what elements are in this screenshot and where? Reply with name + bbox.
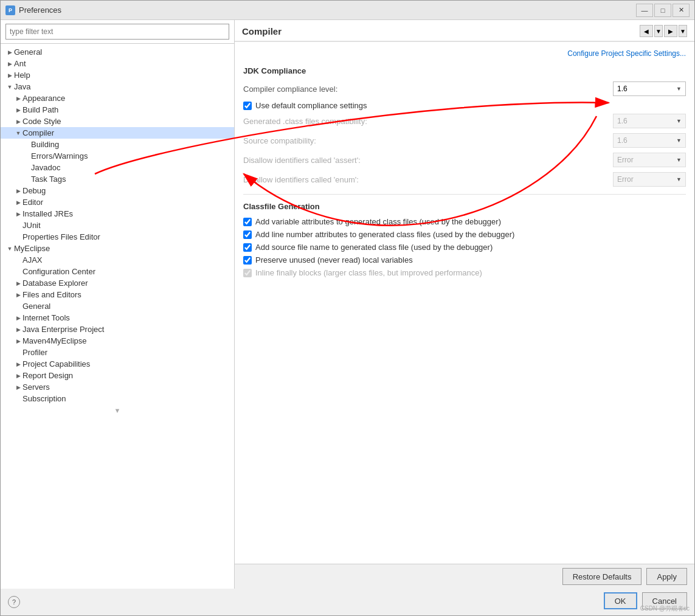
tree-item-reportdesign[interactable]: ▶ Report Design — [1, 370, 234, 381]
classfile-checkbox-2[interactable] — [243, 243, 252, 252]
tree-label-servers: Servers — [22, 382, 50, 392]
tree-arrow-compiler: ▼ — [14, 130, 22, 136]
disallow-assert-value: Error — [617, 156, 634, 164]
tree-item-tasktags[interactable]: Task Tags — [1, 173, 234, 185]
source-compat-value: 1.6 — [617, 136, 628, 145]
tree-item-configurationcenter[interactable]: Configuration Center — [1, 266, 234, 277]
filter-input[interactable] — [5, 24, 229, 40]
tree-item-internettools[interactable]: ▶ Internet Tools — [1, 312, 234, 324]
tree-label-general: General — [14, 47, 42, 57]
disallow-assert-dropdown: Error ▼ — [613, 153, 686, 167]
tree-label-internettools: Internet Tools — [22, 313, 70, 322]
tree-item-subscription[interactable]: Subscription — [1, 393, 234, 404]
tree-item-ajax[interactable]: AJAX — [1, 254, 234, 266]
tree-label-propertiesfileseditor: Properties Files Editor — [22, 232, 100, 241]
window-controls: — □ ✕ — [636, 4, 690, 17]
maximize-button[interactable]: □ — [654, 4, 671, 17]
minimize-button[interactable]: — — [636, 4, 653, 17]
classfile-label-0: Add variable attributes to generated cla… — [255, 217, 501, 226]
nav-forward-dropdown[interactable]: ▼ — [679, 25, 687, 37]
tree-label-projectcapabilities: Project Capabilities — [22, 359, 90, 369]
tree-item-profiler[interactable]: Profiler — [1, 347, 234, 358]
ok-button[interactable]: OK — [604, 592, 637, 609]
tree-label-databaseexplorer: Database Explorer — [22, 279, 88, 288]
watermark: CSDN @劳观者sc — [640, 604, 690, 613]
tree-item-databaseexplorer[interactable]: ▶ Database Explorer — [1, 277, 234, 289]
classfile-cb-2: Add source file name to generated class … — [243, 243, 686, 252]
nav-back-button[interactable]: ◀ — [640, 25, 653, 37]
tree-item-ant[interactable]: ▶ Ant — [1, 58, 234, 69]
tree-arrow-help: ▶ — [5, 72, 14, 78]
classfile-cb-3: Preserve unused (never read) local varia… — [243, 255, 686, 265]
tree-item-projectcapabilities[interactable]: ▶ Project Capabilities — [1, 358, 234, 370]
tree-arrow-appearance: ▶ — [14, 95, 22, 102]
tree-item-errorswarnings[interactable]: Errors/Warnings — [1, 150, 234, 162]
tree-item-maven4myeclipse[interactable]: ▶ Maven4MyEclipse — [1, 335, 234, 347]
source-compat-arrow: ▼ — [676, 137, 682, 144]
generated-class-arrow: ▼ — [676, 118, 682, 124]
generated-class-row: Generated .class files compatibility: 1.… — [243, 114, 686, 128]
tree-item-propertiesfileseditor[interactable]: Properties Files Editor — [1, 231, 234, 243]
tree-item-filesandeditors[interactable]: ▶ Files and Editors — [1, 289, 234, 300]
use-default-checkbox[interactable] — [243, 102, 252, 110]
tree-label-javaenterpriseproject: Java Enterprise Project — [22, 325, 104, 334]
classfile-checkbox-0[interactable] — [243, 218, 252, 226]
configure-link[interactable]: Configure Project Specific Settings... — [243, 49, 686, 58]
disallow-assert-label: Disallow identifiers called 'assert': — [243, 156, 613, 165]
tree-label-building: Building — [31, 140, 59, 149]
tree-arrow-filesandeditors: ▶ — [14, 292, 22, 298]
tree-item-servers[interactable]: ▶ Servers — [1, 381, 234, 393]
title-bar: P Preferences — □ ✕ — [1, 1, 694, 20]
tree-label-editor: Editor — [22, 198, 43, 207]
tree-item-codestyle[interactable]: ▶ Code Style — [1, 116, 234, 127]
apply-button[interactable]: Apply — [646, 568, 687, 585]
tree-item-installedjres[interactable]: ▶ Installed JREs — [1, 208, 234, 220]
tree-label-ajax: AJAX — [22, 255, 43, 265]
disallow-enum-row: Disallow identifiers called 'enum': Erro… — [243, 172, 686, 187]
window-title: Preferences — [19, 5, 636, 15]
classfile-checkbox-1[interactable] — [243, 230, 252, 239]
tree-item-editor[interactable]: ▶ Editor — [1, 196, 234, 208]
restore-defaults-button[interactable]: Restore Defaults — [562, 568, 642, 585]
panel-header: Compiler ◀ ▼ ▶ ▼ — [235, 20, 694, 42]
tree-arrow-servers: ▶ — [14, 384, 22, 390]
tree-item-javadoc[interactable]: Javadoc — [1, 162, 234, 173]
source-compat-dropdown: 1.6 ▼ — [613, 133, 686, 148]
nav-back-dropdown[interactable]: ▼ — [654, 25, 663, 37]
disallow-assert-arrow: ▼ — [676, 157, 682, 163]
tree-item-java[interactable]: ▼ Java — [1, 81, 234, 92]
generated-class-value: 1.6 — [617, 117, 628, 125]
tree-arrow-general: ▶ — [5, 49, 14, 55]
ok-cancel-row: OK Cancel — [1, 589, 694, 615]
tree-label-junit: JUnit — [22, 221, 41, 230]
disallow-assert-row: Disallow identifiers called 'assert': Er… — [243, 153, 686, 167]
classfile-checkbox-3[interactable] — [243, 256, 252, 265]
tree-arrow-ant: ▶ — [5, 61, 14, 67]
tree-item-buildpath[interactable]: ▶ Build Path — [1, 104, 234, 116]
tree-item-building[interactable]: Building — [1, 139, 234, 150]
tree-label-buildpath: Build Path — [22, 105, 58, 114]
classfile-cb-1: Add line number attributes to generated … — [243, 230, 686, 239]
tree-item-myeclipsegeneral[interactable]: General — [1, 300, 234, 312]
main-content: ▶ General ▶ Ant ▶ Help ▼ Java — [1, 20, 694, 589]
tree-item-javaenterpriseproject[interactable]: ▶ Java Enterprise Project — [1, 324, 234, 335]
tree-arrow-editor: ▶ — [14, 199, 22, 206]
tree-item-myeclipse[interactable]: ▼ MyEclipse — [1, 243, 234, 254]
classfile-label-1: Add line number attributes to generated … — [255, 230, 514, 239]
compliance-level-label: Compiler compliance level: — [243, 85, 613, 94]
close-button[interactable]: ✕ — [673, 4, 690, 17]
compliance-level-row: Compiler compliance level: 1.6 ▼ — [243, 81, 686, 96]
classfile-label-3: Preserve unused (never read) local varia… — [255, 255, 413, 265]
tree-item-help[interactable]: ▶ Help — [1, 69, 234, 81]
tree-item-compiler[interactable]: ▼ Compiler — [1, 127, 234, 139]
nav-forward-button[interactable]: ▶ — [664, 25, 677, 37]
compliance-level-dropdown[interactable]: 1.6 ▼ — [613, 81, 686, 96]
help-icon[interactable]: ? — [8, 596, 20, 608]
tree-item-debug[interactable]: ▶ Debug — [1, 185, 234, 196]
tree-item-junit[interactable]: JUnit — [1, 220, 234, 231]
tree-label-myeclipsegeneral: General — [22, 302, 50, 311]
tree-label-help: Help — [14, 71, 30, 80]
tree-item-appearance[interactable]: ▶ Appearance — [1, 92, 234, 104]
tree-item-general[interactable]: ▶ General — [1, 46, 234, 58]
tree-arrow-java: ▼ — [5, 84, 14, 90]
